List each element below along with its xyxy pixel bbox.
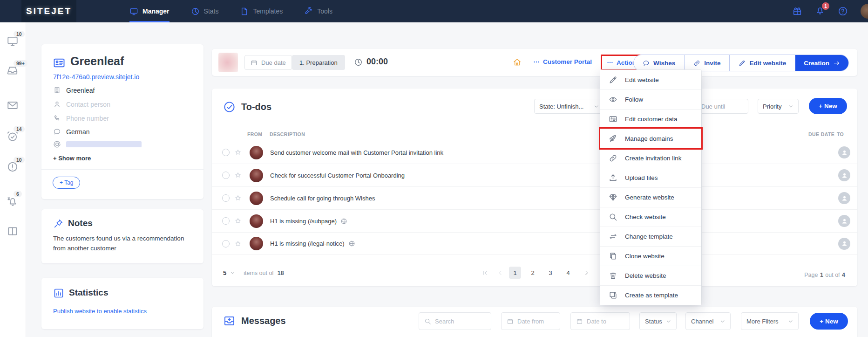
contact-placeholder: Contact person xyxy=(66,101,110,108)
chevron-down-icon[interactable] xyxy=(230,270,235,275)
menu-item-delete-website[interactable]: Delete website xyxy=(600,266,701,285)
todo-complete-checkbox[interactable] xyxy=(222,194,230,202)
date-from-placeholder: Date from xyxy=(517,318,544,325)
todo-complete-checkbox[interactable] xyxy=(222,240,230,248)
menu-item-label: Manage domains xyxy=(625,135,673,142)
menu-item-create-as-template[interactable]: Create as template xyxy=(600,285,701,305)
first-page-button[interactable] xyxy=(482,270,488,276)
new-message-button[interactable]: + New xyxy=(810,313,848,330)
edit-website-button[interactable]: Edit website xyxy=(730,55,795,71)
todo-description[interactable]: H1 is missing (/subpage) xyxy=(270,218,337,225)
page-button-1[interactable]: 1 xyxy=(509,267,521,279)
todo-description[interactable]: Schedule call for going through Wishes xyxy=(270,195,375,202)
star-icon[interactable] xyxy=(234,194,242,202)
star-icon[interactable] xyxy=(234,240,242,248)
next-page-button[interactable] xyxy=(583,270,590,276)
home-icon[interactable] xyxy=(512,57,522,67)
sitejet-logo[interactable]: SITEJET xyxy=(21,0,76,22)
count-badge: 14 xyxy=(14,126,25,132)
enable-statistics-link[interactable]: Publish website to enable statistics xyxy=(53,308,147,315)
rail-overdue-button[interactable]: 10 xyxy=(7,161,19,173)
menu-item-change-template[interactable]: Change template xyxy=(600,227,701,246)
todo-description[interactable]: Send customer welcome mail with Customer… xyxy=(270,149,443,156)
wishes-button[interactable]: Wishes xyxy=(634,55,685,71)
menu-item-label: Clone website xyxy=(625,253,665,260)
todo-complete-checkbox[interactable] xyxy=(222,149,230,156)
user-avatar[interactable] xyxy=(861,4,868,19)
notifications-button[interactable]: 1 xyxy=(815,5,825,17)
menu-item-manage-domains[interactable]: Manage domains xyxy=(600,129,701,148)
message-search-input[interactable]: Search xyxy=(419,312,491,330)
todo-description[interactable]: H1 is missing (/legal-notice) xyxy=(270,240,345,247)
invite-button[interactable]: Invite xyxy=(685,55,730,71)
menu-item-edit-customer-data[interactable]: Edit customer data xyxy=(600,109,701,129)
page-button-2[interactable]: 2 xyxy=(527,267,539,279)
menu-item-check-website[interactable]: Check website xyxy=(600,207,701,227)
channel-filter-dropdown[interactable]: Channel xyxy=(685,312,731,330)
status-filter-dropdown[interactable]: Status xyxy=(639,312,677,330)
rail-todos-button[interactable]: 14 xyxy=(7,130,19,142)
per-page-value[interactable]: 5 xyxy=(223,269,226,276)
add-tag-button[interactable]: + Tag xyxy=(53,177,80,189)
todo-description[interactable]: Check for successful Customer Portal Onb… xyxy=(270,172,405,179)
menu-item-label: Check website xyxy=(625,213,666,220)
idcard-icon xyxy=(609,115,617,124)
assignee-button[interactable] xyxy=(838,146,850,158)
swap-arrows-icon xyxy=(609,232,617,241)
todo-complete-checkbox[interactable] xyxy=(222,217,230,225)
star-icon[interactable] xyxy=(234,149,242,156)
nav-tab-stats[interactable]: Stats xyxy=(191,0,219,22)
date-to-input[interactable]: Date to xyxy=(570,312,630,330)
menu-item-upload-files[interactable]: Upload files xyxy=(600,168,701,187)
rail-mail-button[interactable] xyxy=(7,99,19,111)
todos-title: To-dos xyxy=(241,102,271,112)
prev-page-button[interactable] xyxy=(497,270,503,276)
rail-board-button[interactable] xyxy=(7,225,19,237)
calendar-icon xyxy=(507,318,514,325)
menu-item-follow[interactable]: Follow xyxy=(600,89,701,109)
assignee-button[interactable] xyxy=(838,215,850,227)
state-filter-dropdown[interactable]: State: Unfinish... xyxy=(534,99,604,114)
menu-item-edit-website[interactable]: Edit website xyxy=(600,70,701,89)
nav-tab-tools[interactable]: Tools xyxy=(304,0,332,22)
rail-reminders-button[interactable]: 6 xyxy=(7,195,19,207)
time-tracker-value[interactable]: 00:00 xyxy=(366,57,388,67)
star-icon[interactable] xyxy=(234,172,242,179)
nav-tab-manager[interactable]: Manager xyxy=(129,0,170,22)
page-middle: out of xyxy=(825,272,840,278)
menu-item-generate-website[interactable]: Generate website xyxy=(600,187,701,207)
creation-button[interactable]: Creation xyxy=(795,55,848,71)
due-until-filter[interactable]: Due until xyxy=(696,99,748,114)
assignee-button[interactable] xyxy=(838,192,850,204)
website-thumbnail[interactable] xyxy=(218,53,238,72)
new-todo-button[interactable]: + New xyxy=(809,98,847,114)
nav-tab-templates[interactable]: Templates xyxy=(240,0,283,22)
more-filters-dropdown[interactable]: More Filters xyxy=(741,312,799,330)
page-button-3[interactable]: 3 xyxy=(544,267,556,279)
menu-item-label: Edit customer data xyxy=(625,116,678,123)
priority-filter-dropdown[interactable]: Priority xyxy=(758,99,799,114)
phase-button[interactable]: 1. Preparation xyxy=(292,55,345,70)
eye-icon xyxy=(609,95,617,104)
assignee-button[interactable] xyxy=(838,238,850,250)
customer-portal-button[interactable]: Customer Portal xyxy=(533,58,592,65)
nav-label: Manager xyxy=(142,7,170,15)
menu-item-clone-website[interactable]: Clone website xyxy=(600,246,701,266)
date-from-input[interactable]: Date from xyxy=(501,312,560,330)
items-total: 18 xyxy=(278,270,284,276)
page-button-4[interactable]: 4 xyxy=(562,267,574,279)
gift-icon[interactable] xyxy=(792,6,802,16)
rail-inbox-button[interactable]: 99+ xyxy=(7,64,19,76)
per-page-control: 5 items out of 18 xyxy=(223,269,284,276)
customer-card: Greenleaf 7f12e-476a0.preview.sitejet.io… xyxy=(41,44,203,199)
rail-websites-button[interactable]: 10 xyxy=(7,35,19,47)
assignee-button[interactable] xyxy=(838,169,850,181)
menu-item-create-invitation-link[interactable]: Create invitation link xyxy=(600,148,701,168)
preview-url-link[interactable]: 7f12e-476a0.preview.sitejet.io xyxy=(53,73,139,81)
show-more-link[interactable]: + Show more xyxy=(53,155,91,162)
todo-complete-checkbox[interactable] xyxy=(222,172,230,179)
due-date-button[interactable]: Due date xyxy=(244,55,292,70)
count-badge: 10 xyxy=(14,31,25,37)
help-icon[interactable] xyxy=(838,6,848,16)
star-icon[interactable] xyxy=(234,217,242,225)
